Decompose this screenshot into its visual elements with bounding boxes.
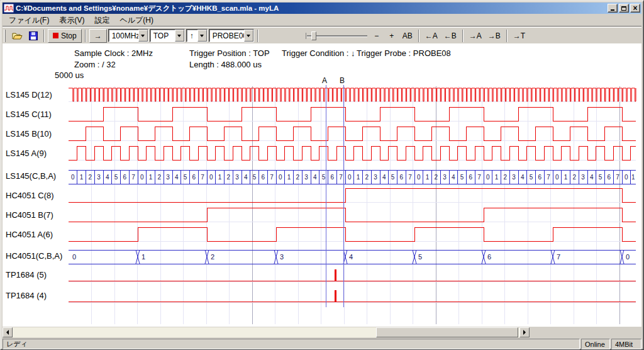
maximize-button[interactable] — [619, 4, 629, 13]
scrollbar-track[interactable] — [13, 327, 519, 337]
channel-label: TP1684 (5) — [6, 270, 47, 279]
zoom-slider[interactable] — [306, 29, 369, 43]
title-bar[interactable]: C:¥Documents and Settings¥noname¥デスクトップ¥… — [3, 3, 641, 14]
scroll-right-button[interactable] — [519, 327, 530, 337]
floppy-icon — [29, 31, 38, 40]
toolbar: Stop → 100MHz TOP ↑ PROBE00 − + AB ←A ←B — [3, 27, 641, 43]
zoom-in-button[interactable]: + — [385, 29, 399, 43]
toolbar-separator — [462, 30, 464, 42]
trigger-probe-value: PROBE00 — [209, 30, 244, 42]
chevron-down-icon[interactable] — [175, 30, 184, 42]
channel-label: LS145 C(11) — [6, 110, 52, 119]
folder-open-icon — [12, 31, 23, 40]
app-window: C:¥Documents and Settings¥noname¥デスクトップ¥… — [0, 0, 644, 350]
toolbar-separator — [85, 30, 86, 42]
trigger-probe-text: Trigger Probe : PROBE08 — [357, 48, 451, 58]
menu-bar: ファイル(F) 表示(V) 設定 ヘルプ(H) — [3, 15, 641, 26]
sample-clock-value: 100MHz — [109, 30, 138, 42]
menu-settings[interactable]: 設定 — [89, 14, 114, 28]
maximize-icon — [621, 6, 626, 11]
cursor-a-next-button[interactable]: →A — [467, 29, 484, 43]
menu-file[interactable]: ファイル(F) — [4, 14, 54, 28]
app-icon — [4, 4, 14, 13]
trigger-probe-select[interactable]: PROBE00 — [209, 29, 254, 42]
channel-label: LS145 B(10) — [6, 129, 52, 138]
toolbar-separator — [43, 30, 45, 42]
cursor-a-prev-button[interactable]: ←A — [423, 29, 440, 43]
toolbar-separator — [418, 30, 419, 42]
channel-label: HC4051 B(7) — [6, 210, 53, 220]
menu-help[interactable]: ヘルプ(H) — [114, 14, 158, 28]
scrollbar-thumb[interactable] — [376, 327, 518, 337]
minimize-icon — [611, 9, 614, 11]
horizontal-scrollbar[interactable] — [3, 327, 530, 337]
trigger-edge-value: ↑ — [187, 30, 197, 42]
run-button[interactable]: → — [89, 29, 107, 43]
close-icon: × — [633, 4, 637, 12]
channel-label: LS145 A(9) — [6, 149, 47, 158]
arrow-left-icon — [6, 330, 9, 335]
channel-label: HC4051(C,B,A) — [6, 251, 62, 261]
timebase-label: 5000 us — [55, 71, 84, 80]
status-memory: 4MBit — [611, 339, 641, 349]
stop-button[interactable]: Stop — [48, 29, 82, 43]
trigger-condition-text: Trigger Condition : ↓ — [282, 48, 355, 58]
window-title: C:¥Documents and Settings¥noname¥デスクトップ¥… — [16, 4, 606, 13]
chevron-down-icon[interactable] — [244, 30, 253, 42]
menu-view[interactable]: 表示(V) — [54, 14, 89, 28]
toolbar-separator — [257, 30, 258, 42]
toolbar-separator — [506, 30, 508, 42]
toolbar-grip[interactable] — [4, 30, 6, 42]
goto-trigger-button[interactable]: →T — [511, 29, 528, 43]
trigger-edge-select[interactable]: ↑ — [186, 29, 208, 42]
status-ready: レディ — [3, 339, 580, 349]
channel-label: HC4051 C(8) — [6, 191, 54, 200]
trigger-position-text: Trigger Position : TOP — [189, 48, 270, 58]
chevron-down-icon[interactable] — [197, 30, 207, 42]
trigger-position-select[interactable]: TOP — [150, 29, 185, 42]
cursor-a-label[interactable]: A — [322, 76, 327, 85]
sample-clock-text: Sample Clock : 2MHz — [74, 48, 153, 58]
status-online: Online — [581, 339, 610, 349]
open-file-button[interactable] — [9, 29, 25, 43]
zoom-slider-thumb[interactable] — [311, 31, 316, 40]
cursor-b-prev-button[interactable]: ←B — [441, 29, 459, 43]
channel-label: LS145(C,B,A) — [6, 171, 56, 181]
cursor-b-next-button[interactable]: →B — [486, 29, 503, 43]
zoom-text: Zoom : / 32 — [74, 60, 116, 69]
waveform-area[interactable] — [3, 43, 641, 327]
close-button[interactable]: × — [630, 4, 640, 13]
cursor-b-label[interactable]: B — [340, 76, 345, 85]
channel-label: LS145 D(12) — [6, 90, 52, 99]
channel-label: HC4051 A(6) — [6, 230, 53, 239]
cursor-ab-button[interactable]: AB — [400, 29, 415, 43]
minimize-button[interactable] — [608, 4, 618, 13]
stop-icon — [53, 33, 58, 38]
trigger-position-value: TOP — [150, 30, 175, 42]
zoom-out-button[interactable]: − — [370, 29, 384, 43]
arrow-right-icon — [523, 330, 526, 335]
status-bar: レディ Online 4MBit — [3, 339, 641, 349]
channel-label: TP1684 (4) — [6, 291, 47, 300]
sample-clock-select[interactable]: 100MHz — [108, 29, 148, 42]
chevron-down-icon[interactable] — [138, 30, 148, 42]
stop-label: Stop — [61, 31, 77, 40]
scroll-left-button[interactable] — [3, 327, 13, 337]
length-text: Length : 488.000 us — [189, 60, 262, 69]
save-button[interactable] — [26, 29, 40, 43]
